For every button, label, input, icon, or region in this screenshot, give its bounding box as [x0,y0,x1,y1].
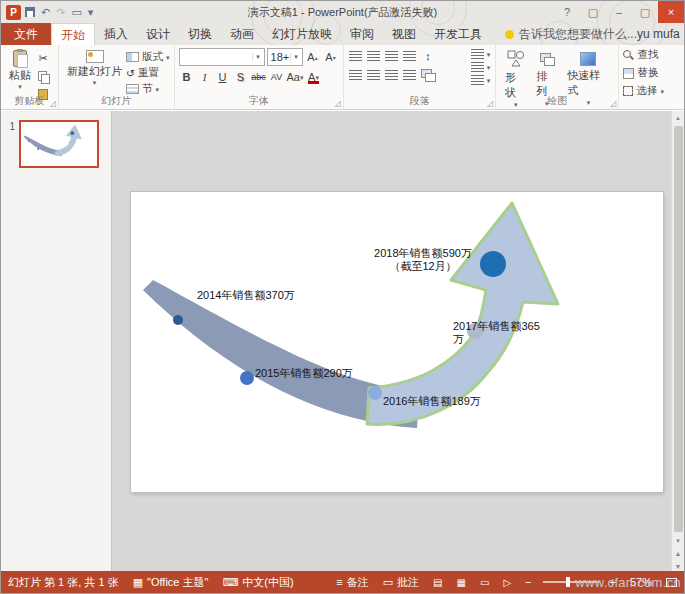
tab-home[interactable]: 开始 [51,23,95,45]
start-slideshow-button[interactable]: ▭ [71,6,81,19]
bullets-button[interactable] [348,48,364,64]
slide-canvas: 2014年销售额370万 2015年销售额290万 2016年销售额189万 2… [112,111,684,573]
line-spacing-button[interactable]: ↕ [420,48,436,64]
zoom-slider-handle[interactable] [566,577,570,587]
align-right-button[interactable] [384,67,400,83]
font-color-button[interactable]: A▾ [306,69,322,85]
tab-review[interactable]: 审阅 [341,23,383,45]
new-slide-button[interactable]: 新建幻灯片 ▾ [63,48,126,96]
tab-insert[interactable]: 插入 [95,23,137,45]
font-dialog-launcher[interactable]: ◿ [335,99,341,108]
tab-slideshow[interactable]: 幻灯片放映 [263,23,341,45]
font-size-combo[interactable]: 18+ ▾ [267,48,303,66]
new-slide-icon [86,50,104,63]
columns-button[interactable] [420,67,436,83]
caret-icon: ▾ [93,80,97,85]
font-name-combo[interactable]: ▾ [179,48,265,66]
drawing-dialog-launcher[interactable]: ◿ [610,99,616,108]
undo-button[interactable]: ↶ [41,6,50,19]
label-2017[interactable]: 2017年销售额365 万 [453,320,540,346]
numbering-icon [367,51,380,61]
font-size-value: 18+ [268,51,290,63]
slide-thumbnail[interactable] [19,120,99,168]
theme-indicator[interactable]: ▦ "Office 主题" [126,571,216,593]
select-button[interactable]: 选择 ▾ [623,84,664,98]
underline-button[interactable]: U [215,69,231,85]
slide-thumbnail-graphic [22,123,96,165]
comments-icon: ▭ [383,576,393,589]
decrease-font-button[interactable]: A▾ [323,49,339,65]
label-2014[interactable]: 2014年销售额370万 [197,289,295,302]
character-spacing-button[interactable]: AV [269,69,285,85]
notes-toggle[interactable]: ≡ 备注 [329,571,375,593]
tab-design[interactable]: 设计 [137,23,179,45]
language-indicator[interactable]: ⌨ 中文(中国) [215,571,300,593]
user-name[interactable]: yu mufa [637,23,684,45]
tab-animations[interactable]: 动画 [221,23,263,45]
clipboard-dialog-launcher[interactable]: ◿ [50,99,56,108]
qat-customize-button[interactable]: ▾ [88,6,94,19]
bold-button[interactable]: B [179,69,195,85]
layout-icon [126,52,139,62]
tell-me-box[interactable]: 告诉我您想要做什么... [505,23,637,45]
text-direction-button[interactable]: ▾ [471,49,491,59]
find-button[interactable]: 查找 [623,48,664,62]
keyboard-icon: ⌨ [222,576,238,589]
slide[interactable]: 2014年销售额370万 2015年销售额290万 2016年销售额189万 2… [131,192,663,492]
minimize-button[interactable]: – [606,1,632,23]
reset-button[interactable]: ↺ 重置 [126,66,170,80]
previous-slide-button[interactable]: ▲ [672,547,684,560]
replace-button[interactable]: 替换 [623,66,664,80]
align-center-button[interactable] [366,67,382,83]
convert-smartart-button[interactable]: ▾ [471,75,491,85]
comments-toggle[interactable]: ▭ 批注 [376,571,426,593]
align-left-button[interactable] [348,67,364,83]
clipboard-group: 粘贴 ▾ ✂ 剪贴板 ◿ [1,45,59,109]
find-icon [623,50,634,61]
slideshow-view-button[interactable]: ▷ [496,571,518,593]
close-button[interactable]: × [658,1,684,23]
align-text-button[interactable]: ▾ [471,62,491,72]
tab-transitions[interactable]: 切换 [179,23,221,45]
font-group: ▾ 18+ ▾ A▴ A▾ B I U S abc AV Aa▾ A▾ 字体 ◿ [175,45,344,109]
cut-button[interactable]: ✂ [35,50,51,66]
chevron-down-icon: ▾ [290,53,302,61]
redo-button[interactable]: ↷ [56,6,65,19]
tab-view[interactable]: 视图 [383,23,425,45]
slide-sorter-view-button[interactable]: ▦ [449,571,472,593]
decrease-indent-button[interactable] [384,48,400,64]
increase-indent-button[interactable] [402,48,418,64]
italic-button[interactable]: I [197,69,213,85]
maximize-button[interactable]: ▢ [632,1,658,23]
label-2015[interactable]: 2015年销售额290万 [255,367,353,380]
normal-view-button[interactable]: ▤ [426,571,449,593]
justify-button[interactable] [402,67,418,83]
scroll-down-button[interactable]: ▾ [672,534,684,547]
slide-graphic[interactable] [131,192,663,492]
ribbon-display-button[interactable]: ▢ [580,1,606,23]
drawing-group: 形状 ▾ 排列 ▾ 快速样式 ▾ 绘图 ◿ [496,45,619,109]
vertical-scrollbar[interactable]: ▴ ▾ ▲ ▼ [671,111,684,573]
justify-icon [403,70,416,80]
zoom-out-button[interactable]: − [518,571,538,593]
increase-font-button[interactable]: A▴ [305,49,321,65]
label-2018[interactable]: 2018年销售额590万 （截至12月） [361,247,485,273]
help-button[interactable]: ? [554,1,580,23]
layout-button[interactable]: 版式▾ [126,50,170,64]
save-icon[interactable] [25,7,35,17]
tab-file[interactable]: 文件 [1,23,51,45]
strikethrough-button[interactable]: abc [251,69,267,85]
text-shadow-button[interactable]: S [233,69,249,85]
increase-indent-icon [403,51,416,61]
paragraph-dialog-launcher[interactable]: ◿ [487,99,493,108]
tab-developer[interactable]: 开发工具 [425,23,491,45]
scroll-up-button[interactable]: ▴ [672,111,684,124]
copy-button[interactable] [35,68,51,84]
scrollbar-thumb[interactable] [674,126,683,532]
reading-view-button[interactable]: ▭ [473,571,496,593]
slide-counter[interactable]: 幻灯片 第 1 张, 共 1 张 [1,571,126,593]
change-case-button[interactable]: Aa▾ [287,69,304,85]
numbering-button[interactable] [366,48,382,64]
paste-label: 粘贴 [9,68,31,83]
label-2016[interactable]: 2016年销售额189万 [383,395,481,408]
